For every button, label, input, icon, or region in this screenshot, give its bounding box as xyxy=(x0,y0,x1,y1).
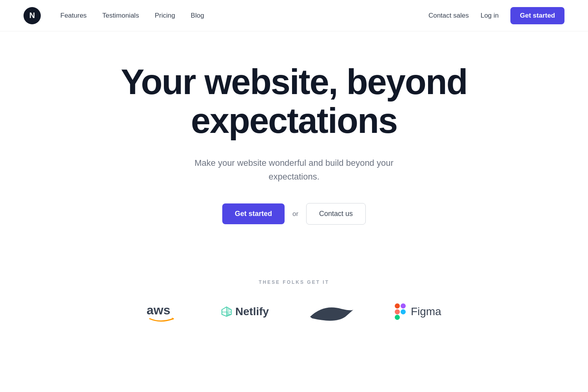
nike-svg-icon xyxy=(308,302,355,321)
hero-cta: Get started or Contact us xyxy=(222,203,366,225)
navigation: N Features Testimonials Pricing Blog Con… xyxy=(0,0,588,31)
figma-logo-item: Figma xyxy=(394,303,441,320)
svg-marker-5 xyxy=(227,307,231,312)
logo-letter: N xyxy=(29,11,35,20)
nav-links-right: Contact sales Log in Get started xyxy=(428,7,564,24)
get-started-nav-button[interactable]: Get started xyxy=(510,7,564,24)
contact-sales-button[interactable]: Contact sales xyxy=(428,12,469,20)
get-started-hero-button[interactable]: Get started xyxy=(222,203,285,224)
svg-point-10 xyxy=(401,309,406,314)
netlify-text-label: Netlify xyxy=(235,305,269,318)
aws-logo: aws xyxy=(147,301,182,322)
login-button[interactable]: Log in xyxy=(481,12,499,20)
nav-link-pricing[interactable]: Pricing xyxy=(155,12,175,20)
netlify-logo-item: Netlify xyxy=(221,305,269,318)
logos-section: THESE FOLKS GET IT aws xyxy=(0,279,588,346)
logos-row: aws Netlify xyxy=(118,301,470,322)
nav-link-blog[interactable]: Blog xyxy=(191,12,204,20)
logos-label: THESE FOLKS GET IT xyxy=(259,279,329,285)
svg-rect-7 xyxy=(395,303,400,309)
figma-text-label: Figma xyxy=(411,305,441,318)
logo[interactable]: N xyxy=(24,7,41,24)
hero-subtext: Make your website wonderful and build be… xyxy=(192,156,396,183)
netlify-svg-icon xyxy=(221,306,232,317)
nav-link-features[interactable]: Features xyxy=(60,12,87,20)
hero-headline: Your website, beyond expectations xyxy=(118,63,470,140)
hero-section: Your website, beyond expectations Make y… xyxy=(0,31,588,279)
aws-svg-icon: aws xyxy=(147,301,182,322)
figma-svg-icon xyxy=(394,303,406,320)
svg-rect-9 xyxy=(395,309,400,314)
contact-us-button[interactable]: Contact us xyxy=(306,203,366,225)
nike-logo-item xyxy=(308,302,355,321)
logo-circle: N xyxy=(24,7,41,24)
hero-or-label: or xyxy=(292,210,298,218)
svg-rect-11 xyxy=(395,315,400,320)
nav-link-testimonials[interactable]: Testimonials xyxy=(102,12,139,20)
aws-logo-item: aws xyxy=(147,301,182,322)
svg-rect-8 xyxy=(401,303,406,309)
nav-links-left: Features Testimonials Pricing Blog xyxy=(60,12,428,20)
svg-text:aws: aws xyxy=(147,303,170,317)
